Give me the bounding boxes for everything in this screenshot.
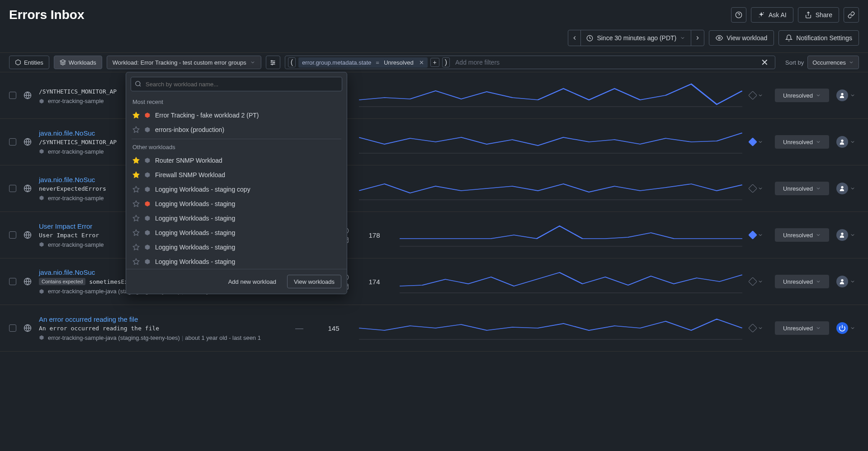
chevron-down-icon [758, 279, 763, 284]
filter-chip-remove[interactable]: ✕ [419, 59, 424, 66]
workload-search-input[interactable] [131, 77, 342, 91]
share-label: Share [816, 11, 832, 19]
workload-dropdown-item[interactable]: Logging Workloads - staging [126, 240, 347, 254]
row-tag-selector[interactable] [750, 185, 768, 192]
assignee-selector[interactable] [836, 89, 859, 101]
help-circle-icon [735, 11, 742, 19]
user-icon [839, 92, 846, 99]
star-icon[interactable] [132, 200, 140, 207]
time-range-selector[interactable]: Since 30 minutes ago (PDT) [581, 30, 691, 46]
row-tag-selector[interactable] [750, 232, 768, 238]
row-checkbox[interactable] [9, 324, 16, 332]
workload-dropdown-item[interactable]: errors-inbox (production) [126, 122, 347, 137]
row-tag-selector[interactable] [750, 139, 768, 145]
hexagon-icon [39, 242, 44, 247]
row-dash: — [290, 324, 308, 333]
workload-selector[interactable]: Workload: Error Tracking - test custom e… [107, 56, 261, 69]
workload-dropdown-item[interactable]: Logging Workloads - staging [126, 226, 347, 240]
row-checkbox[interactable] [9, 185, 16, 192]
error-source: error-tracking-sample-java (staging.stg-… [39, 334, 283, 341]
filter-expression[interactable]: ( error.group.metadata.state = Unresolve… [285, 56, 775, 69]
sparkline [359, 173, 742, 204]
status-select[interactable]: Unresolved [775, 228, 829, 242]
diamond-icon [748, 324, 757, 333]
add-filter-button[interactable]: + [430, 58, 439, 67]
workload-dropdown-item[interactable]: Logging Workloads - staging copy [126, 182, 347, 197]
row-tag-selector[interactable] [750, 325, 768, 331]
filter-placeholder: Add more filters [453, 59, 755, 66]
status-select[interactable]: Unresolved [775, 321, 829, 335]
hexagon-icon [144, 112, 151, 118]
status-select[interactable]: Unresolved [775, 182, 829, 195]
chevron-down-icon [850, 232, 855, 238]
error-row: An error occurred reading the file An er… [0, 305, 868, 352]
status-select[interactable]: Unresolved [775, 89, 829, 102]
svg-point-71 [841, 279, 843, 282]
filter-settings-button[interactable] [266, 56, 280, 69]
page-title: Errors Inbox [9, 8, 84, 22]
star-icon[interactable] [132, 215, 140, 222]
assignee-selector[interactable] [836, 183, 859, 194]
ask-ai-button[interactable]: Ask AI [751, 7, 793, 23]
view-workloads-button[interactable]: View workloads [287, 275, 341, 288]
workload-dropdown-item[interactable]: Firewall SNMP Workload [126, 168, 347, 182]
row-tag-selector[interactable] [750, 278, 768, 285]
bell-icon [785, 34, 793, 42]
filter-chip[interactable]: error.group.metadata.state = Unresolved … [298, 57, 428, 68]
star-icon[interactable] [132, 229, 140, 236]
clock-icon [586, 35, 593, 42]
svg-point-61 [841, 233, 843, 235]
time-range-label: Since 30 minutes ago (PDT) [597, 34, 676, 42]
error-title[interactable]: An error occurred reading the file [39, 315, 283, 323]
chevron-down-icon [850, 139, 855, 145]
hexagon-icon [144, 172, 151, 178]
assignee-selector[interactable] [836, 136, 859, 148]
time-next-button[interactable] [691, 30, 704, 46]
notification-settings-button[interactable]: Notification Settings [778, 30, 859, 46]
most-recent-label: Most recent [126, 96, 347, 108]
time-range-nav: Since 30 minutes ago (PDT) [568, 30, 704, 46]
star-icon[interactable] [132, 244, 140, 251]
svg-marker-29 [133, 215, 139, 221]
workload-dropdown-item[interactable]: Error Tracking - fake workload 2 (PT) [126, 108, 347, 122]
assignee-selector[interactable] [836, 276, 859, 287]
globe-icon [24, 184, 32, 193]
row-checkbox[interactable] [9, 231, 16, 239]
permalink-button[interactable] [844, 7, 859, 23]
workload-dropdown-item[interactable]: Router SNMP Workload [126, 153, 347, 168]
workload-dropdown-item[interactable]: Logging Workloads - staging [126, 197, 347, 211]
view-workload-button[interactable]: View workload [709, 30, 774, 46]
star-icon[interactable] [132, 126, 140, 133]
notification-settings-label: Notification Settings [796, 34, 852, 42]
workloads-toggle[interactable]: Workloads [54, 56, 102, 69]
workload-item-label: Firewall SNMP Workload [155, 171, 225, 179]
clear-filters-button[interactable]: ✕ [757, 57, 772, 68]
svg-point-2 [763, 12, 764, 13]
status-select[interactable]: Unresolved [775, 275, 829, 288]
help-button[interactable] [731, 7, 746, 23]
hexagon-icon [39, 149, 44, 154]
add-new-workload-button[interactable]: Add new workload [222, 275, 283, 288]
star-icon[interactable] [132, 186, 140, 193]
star-icon[interactable] [132, 258, 140, 265]
time-prev-button[interactable] [568, 30, 581, 46]
row-tag-selector[interactable] [750, 92, 768, 99]
svg-marker-32 [145, 230, 150, 235]
sort-select[interactable]: Occurrences [807, 56, 859, 69]
row-checkbox[interactable] [9, 92, 16, 99]
row-checkbox[interactable] [9, 278, 16, 285]
user-icon [839, 278, 846, 285]
status-select[interactable]: Unresolved [775, 135, 829, 149]
entities-toggle[interactable]: Entities [9, 56, 49, 69]
assignee-selector[interactable] [836, 229, 859, 241]
star-icon[interactable] [132, 157, 140, 164]
svg-marker-34 [145, 244, 150, 250]
assignee-selector[interactable] [836, 322, 859, 334]
hexagon-icon [144, 201, 151, 207]
share-button[interactable]: Share [798, 7, 839, 23]
row-checkbox[interactable] [9, 138, 16, 146]
star-icon[interactable] [132, 112, 140, 119]
star-icon[interactable] [132, 171, 140, 179]
workload-dropdown-item[interactable]: Logging Workloads - staging [126, 211, 347, 226]
workload-dropdown-item[interactable]: Logging Workloads - staging [126, 254, 347, 269]
